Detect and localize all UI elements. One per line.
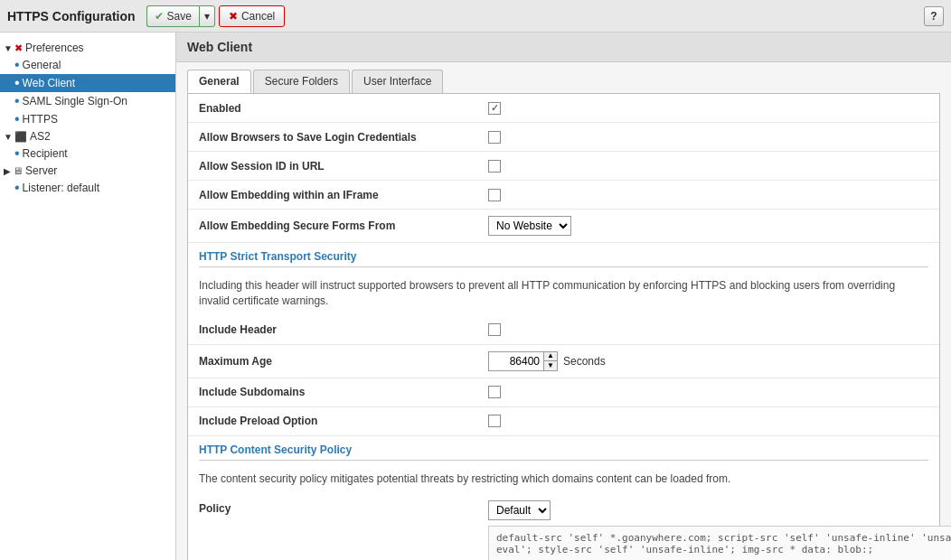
- csp-divider: [199, 460, 928, 461]
- label-embedding-forms: Allow Embedding Secure Forms From: [199, 219, 488, 232]
- server-icon: 🖥: [13, 165, 23, 176]
- csp-title-link[interactable]: HTTP Content Security Policy: [199, 443, 352, 456]
- save-dropdown-arrow[interactable]: ▾: [199, 5, 215, 27]
- select-policy[interactable]: Default: [488, 500, 551, 520]
- field-include-subdomains: Include Subdomains: [188, 378, 939, 407]
- policy-textarea[interactable]: default-src 'self' *.goanywhere.com; scr…: [488, 526, 951, 560]
- control-enabled: [488, 102, 501, 115]
- field-max-age: Maximum Age ▲ ▼ Seconds: [188, 345, 939, 378]
- content-area: Web Client General Secure Folders User I…: [176, 33, 951, 560]
- select-wrap-forms: No Website: [488, 216, 571, 236]
- field-session-id: Allow Session ID in URL: [188, 152, 939, 181]
- label-max-age: Maximum Age: [199, 355, 488, 368]
- select-wrap-policy: Default: [488, 500, 551, 520]
- field-save-credentials: Allow Browsers to Save Login Credentials: [188, 123, 939, 152]
- help-button[interactable]: ?: [924, 6, 944, 26]
- control-save-credentials: [488, 131, 501, 144]
- control-include-preload: [488, 415, 501, 427]
- dot-icon: •: [14, 181, 20, 195]
- checkbox-embedding-iframe[interactable]: [488, 189, 501, 201]
- spinner-down[interactable]: ▼: [544, 361, 557, 370]
- checkbox-save-credentials[interactable]: [488, 131, 501, 144]
- tab-general[interactable]: General: [187, 70, 251, 93]
- dot-icon: •: [14, 94, 20, 108]
- field-enabled: Enabled: [188, 94, 939, 123]
- sidebar-item-general[interactable]: • General: [0, 56, 175, 74]
- control-embedding-iframe: [488, 189, 501, 201]
- sidebar-item-recipient[interactable]: • Recipient: [0, 145, 175, 163]
- caret-icon: ▼: [4, 43, 13, 53]
- checkbox-include-header[interactable]: [488, 323, 501, 336]
- label-embedding-iframe: Allow Embedding within an IFrame: [199, 189, 488, 201]
- save-button-group[interactable]: ✔ Save ▾: [146, 5, 215, 27]
- seconds-label: Seconds: [563, 355, 606, 368]
- sidebar-item-preferences[interactable]: ▼ ✖ Preferences: [0, 40, 175, 56]
- control-include-header: [488, 323, 501, 336]
- dot-icon: •: [14, 112, 20, 126]
- spinner-max-age: ▲ ▼: [488, 351, 558, 371]
- sidebar-item-https[interactable]: • HTTPS: [0, 110, 175, 128]
- field-policy: Policy Default default-src 'self' *.goan…: [188, 493, 939, 560]
- cancel-button[interactable]: ✖ Cancel: [219, 5, 285, 27]
- checkbox-session-id[interactable]: [488, 160, 501, 173]
- hsts-title-link[interactable]: HTTP Strict Transport Security: [199, 250, 357, 263]
- dot-icon: •: [14, 76, 20, 90]
- main-layout: ▼ ✖ Preferences • General • Web Client •…: [0, 33, 951, 560]
- label-include-subdomains: Include Subdomains: [199, 386, 488, 398]
- page-title: HTTPS Configuration: [7, 9, 136, 23]
- checkbox-enabled[interactable]: [488, 102, 501, 115]
- sidebar: ▼ ✖ Preferences • General • Web Client •…: [0, 33, 176, 560]
- tab-secure-folders[interactable]: Secure Folders: [253, 70, 350, 93]
- field-embedding-iframe: Allow Embedding within an IFrame: [188, 181, 939, 210]
- field-include-preload: Include Preload Option: [188, 407, 939, 436]
- x-icon: ✖: [14, 42, 23, 54]
- label-save-credentials: Allow Browsers to Save Login Credentials: [199, 131, 488, 144]
- tab-content-general: Enabled Allow Browsers to Save Login Cre…: [187, 93, 940, 560]
- tab-bar: General Secure Folders User Interface: [176, 62, 951, 93]
- control-include-subdomains: [488, 386, 501, 398]
- csp-section-title-row: HTTP Content Security Policy: [188, 436, 939, 464]
- control-embedding-forms: No Website: [488, 216, 571, 236]
- sidebar-item-as2[interactable]: ▼ ⬛ AS2: [0, 128, 175, 145]
- field-embedding-forms: Allow Embedding Secure Forms From No Web…: [188, 210, 939, 243]
- hsts-description: Including this header will instruct supp…: [188, 271, 939, 316]
- control-max-age: ▲ ▼ Seconds: [488, 351, 606, 371]
- checkbox-include-subdomains[interactable]: [488, 386, 501, 398]
- spinner-input-max-age[interactable]: [489, 352, 543, 370]
- control-policy: Default default-src 'self' *.goanywhere.…: [488, 500, 951, 560]
- spinner-up[interactable]: ▲: [544, 352, 557, 361]
- toolbar: HTTPS Configuration ✔ Save ▾ ✖ Cancel ?: [0, 0, 951, 33]
- checkbox-include-preload[interactable]: [488, 415, 501, 427]
- dot-icon: •: [14, 58, 20, 72]
- control-session-id: [488, 160, 501, 173]
- caret-icon: ▶: [4, 166, 11, 176]
- select-embedding-forms[interactable]: No Website: [488, 216, 571, 236]
- field-include-header: Include Header: [188, 316, 939, 345]
- sidebar-item-web-client[interactable]: • Web Client: [0, 74, 175, 92]
- save-button[interactable]: ✔ Save: [146, 5, 199, 27]
- hsts-section-title-row: HTTP Strict Transport Security: [188, 243, 939, 271]
- label-include-preload: Include Preload Option: [199, 415, 488, 427]
- caret-icon: ▼: [4, 132, 13, 142]
- as2-icon: ⬛: [14, 131, 27, 143]
- label-session-id: Allow Session ID in URL: [199, 160, 488, 173]
- check-icon: ✔: [155, 10, 164, 23]
- hsts-divider: [199, 266, 928, 267]
- label-policy: Policy: [199, 500, 488, 515]
- section-header: Web Client: [176, 33, 951, 62]
- sidebar-item-server[interactable]: ▶ 🖥 Server: [0, 163, 175, 179]
- label-enabled: Enabled: [199, 102, 488, 115]
- label-include-header: Include Header: [199, 323, 488, 336]
- dot-icon: •: [14, 146, 20, 161]
- x-icon: ✖: [229, 10, 238, 23]
- sidebar-item-saml[interactable]: • SAML Single Sign-On: [0, 92, 175, 110]
- csp-description: The content security policy mitigates po…: [188, 464, 939, 494]
- tab-user-interface[interactable]: User Interface: [352, 70, 443, 93]
- sidebar-item-listener-default[interactable]: • Listener: default: [0, 179, 175, 197]
